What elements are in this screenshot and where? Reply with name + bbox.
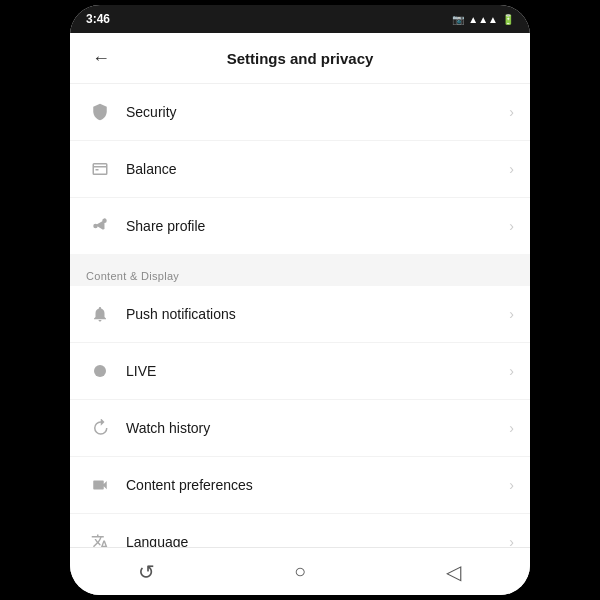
bottom-navigation: ↺ ○ ◁ xyxy=(70,547,530,595)
home-button[interactable]: ○ xyxy=(280,552,320,592)
menu-item-watch-history[interactable]: Watch history › xyxy=(70,400,530,457)
home-icon: ○ xyxy=(294,560,306,583)
signal-icon: ▲▲▲ xyxy=(468,14,498,25)
back-nav-icon: ◁ xyxy=(446,560,461,584)
menu-item-share-profile[interactable]: Share profile › xyxy=(70,198,530,254)
security-label: Security xyxy=(126,104,509,120)
back-icon: ← xyxy=(92,48,110,69)
balance-arrow: › xyxy=(509,161,514,177)
menu-item-push-notifications[interactable]: Push notifications › xyxy=(70,286,530,343)
settings-content: Security › Balance › Share profi xyxy=(70,84,530,547)
watch-history-arrow: › xyxy=(509,420,514,436)
content-preferences-arrow: › xyxy=(509,477,514,493)
status-bar: 3:46 📷 ▲▲▲ 🔋 xyxy=(70,5,530,33)
push-notifications-icon xyxy=(86,300,114,328)
watch-history-icon xyxy=(86,414,114,442)
live-arrow: › xyxy=(509,363,514,379)
status-icons: 📷 ▲▲▲ 🔋 xyxy=(452,14,514,25)
live-label: LIVE xyxy=(126,363,509,379)
share-profile-label: Share profile xyxy=(126,218,509,234)
content-display-section: Push notifications › LIVE › Watc xyxy=(70,286,530,547)
content-preferences-label: Content preferences xyxy=(126,477,509,493)
share-profile-icon xyxy=(86,212,114,240)
language-label: Language xyxy=(126,534,509,547)
balance-label: Balance xyxy=(126,161,509,177)
language-icon xyxy=(86,528,114,547)
page-title: Settings and privacy xyxy=(116,50,484,67)
refresh-button[interactable]: ↺ xyxy=(127,552,167,592)
menu-item-content-preferences[interactable]: Content preferences › xyxy=(70,457,530,514)
camera-icon: 📷 xyxy=(452,14,464,25)
battery-icon: 🔋 xyxy=(502,14,514,25)
menu-item-balance[interactable]: Balance › xyxy=(70,141,530,198)
status-time: 3:46 xyxy=(86,12,110,26)
menu-item-language[interactable]: Language › xyxy=(70,514,530,547)
content-display-section-label: Content & Display xyxy=(70,262,530,286)
live-icon xyxy=(86,357,114,385)
push-notifications-arrow: › xyxy=(509,306,514,322)
security-arrow: › xyxy=(509,104,514,120)
balance-icon xyxy=(86,155,114,183)
svg-point-0 xyxy=(94,365,106,377)
security-icon xyxy=(86,98,114,126)
share-profile-arrow: › xyxy=(509,218,514,234)
language-arrow: › xyxy=(509,534,514,547)
watch-history-label: Watch history xyxy=(126,420,509,436)
menu-item-security[interactable]: Security › xyxy=(70,84,530,141)
content-preferences-icon xyxy=(86,471,114,499)
page-header: ← Settings and privacy xyxy=(70,33,530,84)
back-nav-button[interactable]: ◁ xyxy=(433,552,473,592)
refresh-icon: ↺ xyxy=(138,560,155,584)
account-section: Security › Balance › Share profi xyxy=(70,84,530,254)
menu-item-live[interactable]: LIVE › xyxy=(70,343,530,400)
back-button[interactable]: ← xyxy=(86,43,116,73)
phone-container: 3:46 📷 ▲▲▲ 🔋 ← Settings and privacy Secu… xyxy=(70,5,530,595)
push-notifications-label: Push notifications xyxy=(126,306,509,322)
